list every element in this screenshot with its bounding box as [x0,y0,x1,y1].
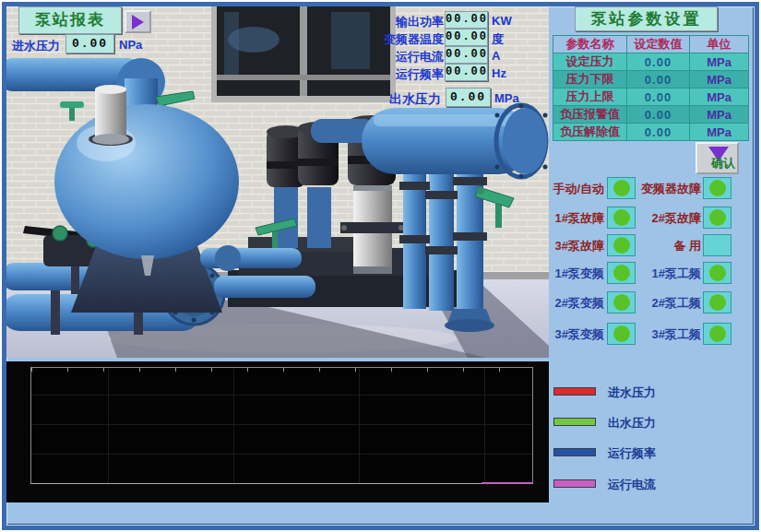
run-frequency-value: 00.00 [445,64,488,81]
pump3-fault-lamp [607,234,636,256]
param-unit: MPa [690,124,749,141]
col-unit: 单位 [690,36,749,53]
pump2-mains-label: 2#泵工频 [638,295,701,312]
param-value-input[interactable]: 0.00 [627,71,690,89]
table-header-row: 参数名称 设定数值 单位 [553,36,749,53]
param-value-input[interactable]: 0.00 [627,89,690,106]
spare-lamp [703,234,731,256]
confirm-button[interactable]: 确认 [696,142,739,174]
run-current-unit: A [492,49,500,63]
legend-item: 出水压力 [553,415,752,432]
run-frequency-unit: Hz [492,66,506,80]
table-row: 负压报警值 0.00 MPa [553,106,749,124]
col-set-value: 设定数值 [627,36,690,53]
output-power-value: 00.00 [445,11,488,29]
pump2-vfd-lamp [607,291,636,313]
param-unit: MPa [690,89,749,106]
table-row: 压力上限 0.00 MPa [553,89,749,106]
outlet-pressure-legend-swatch [553,418,596,426]
pump2-mains-lamp [703,291,731,313]
legend-item: 运行频率 [553,445,752,462]
parameter-table: 参数名称 设定数值 单位 设定压力 0.00 MPa 压力下限 0.00 MPa… [553,35,749,141]
pump1-mains-label: 1#泵工频 [638,266,701,282]
inverter-fault-lamp [703,177,731,199]
param-unit: MPa [690,53,749,71]
run-frequency-legend-swatch [553,448,596,456]
table-row: 负压解除值 0.00 MPa [553,124,749,141]
time-axis-ticks [31,368,532,372]
pump3-vfd-lamp [607,323,636,345]
inlet-pressure-value: 0.00 [65,34,114,53]
run-current-value: 00.00 [445,46,488,64]
pump1-vfd-label: 1#泵变频 [543,266,604,282]
pump1-mains-lamp [703,262,731,284]
tank-top-cylinder [95,89,126,139]
legend-item: 运行电流 [553,477,752,493]
param-name: 压力上限 [553,89,627,106]
play-icon [132,15,144,30]
status-row: 手动/自动 变频器故障 [543,177,748,201]
trend-chart [6,361,549,502]
param-unit: MPa [690,71,749,89]
status-row: 2#泵变频 2#泵工频 [543,291,748,315]
pump2-vfd-label: 2#泵变频 [543,295,604,312]
hmi-screen: 泵站报表 进水压力 0.00 NPa 输出功率 00.00 KW 变频器温度 0… [0,0,761,532]
legend-label: 进水压力 [608,384,656,401]
table-row: 设定压力 0.00 MPa [553,53,749,71]
trend-plot-area [30,367,533,484]
inverter-fault-label: 变频器故障 [638,181,701,197]
param-name: 压力下限 [553,71,627,89]
inverter-temp-value: 00.00 [445,29,488,46]
confirm-label: 确认 [711,155,735,171]
pump1-vfd-lamp [607,262,636,284]
param-name: 设定压力 [553,53,627,71]
output-power-unit: KW [492,14,512,28]
settings-panel-title: 泵站参数设置 [575,6,718,31]
output-power-label: 输出功率 [379,14,444,30]
outlet-pressure-label: 出水压力 [389,91,441,108]
pressure-tank [54,104,239,259]
inlet-pressure-legend-swatch [553,387,596,396]
pump3-fault-label: 3#泵故障 [543,238,604,254]
inverter-temp-label: 变频器温度 [379,31,444,48]
param-unit: MPa [690,106,749,124]
pump1-fault-label: 1#泵故障 [543,210,604,227]
pump3-vfd-label: 3#泵变频 [543,326,604,343]
status-row: 1#泵故障 2#泵故障 [543,207,748,231]
report-button[interactable]: 泵站报表 [18,6,122,34]
param-value-input[interactable]: 0.00 [627,124,690,141]
legend-label: 运行电流 [608,477,656,493]
run-frequency-label: 运行频率 [379,66,444,83]
table-row: 压力下限 0.00 MPa [553,71,749,89]
spare-label: 备 用 [638,238,701,254]
inlet-pressure-label: 进水压力 [12,38,60,54]
run-current-label: 运行电流 [379,49,444,65]
status-row: 3#泵变频 3#泵工频 [543,323,748,347]
legend-label: 出水压力 [608,415,656,432]
param-value-input[interactable]: 0.00 [627,53,690,71]
status-row: 1#泵变频 1#泵工频 [543,262,748,286]
legend-item: 进水压力 [553,384,752,401]
pump2-fault-lamp [703,207,731,229]
screen-frame: 泵站报表 进水压力 0.00 NPa 输出功率 00.00 KW 变频器温度 0… [2,2,759,530]
pump3-mains-lamp [703,323,731,345]
manual-auto-label: 手动/自动 [543,181,604,197]
status-row: 3#泵故障 备 用 [543,234,748,258]
pump3-mains-label: 3#泵工频 [638,326,701,343]
outlet-pressure-unit: MPa [494,91,519,105]
inlet-pressure-unit: NPa [119,38,142,52]
param-name: 负压解除值 [553,124,627,141]
legend-label: 运行频率 [608,445,656,462]
col-param-name: 参数名称 [553,36,627,53]
inverter-temp-unit: 度 [492,31,504,48]
run-current-legend-swatch [553,479,596,488]
report-nav-button[interactable] [125,10,151,33]
window [211,6,396,102]
param-value-input[interactable]: 0.00 [627,106,690,124]
discharge-manifold [362,104,548,179]
outlet-pressure-value: 0.00 [446,88,491,107]
pump-station-3d-view: 泵站报表 进水压力 0.00 NPa 输出功率 00.00 KW 变频器温度 0… [6,6,549,358]
pump2-fault-label: 2#泵故障 [638,210,701,227]
manual-auto-lamp [607,177,636,199]
param-name: 负压报警值 [553,106,627,124]
